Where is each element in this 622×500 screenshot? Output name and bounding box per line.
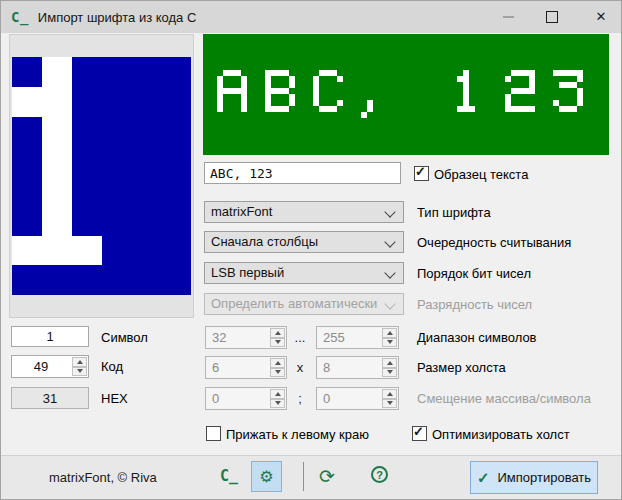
char-range-start-value: 32 [212, 330, 226, 345]
chevron-down-icon [384, 236, 395, 247]
code-value: 49 [12, 359, 70, 374]
help-icon: ? [376, 469, 383, 481]
symbol-input[interactable]: 1 [11, 326, 89, 347]
import-button-label: Импортировать [497, 470, 591, 485]
char-range-end-spinner: 255 [316, 326, 399, 349]
footer-bar: matrixFont, © Riva C_ ⚙ ⟳ ? ✓ Импортиров… [1, 455, 621, 499]
close-button[interactable]: ✕ [582, 1, 620, 32]
check-icon: ✓ [477, 469, 490, 487]
read-order-dropdown[interactable]: Сначала столбцы [204, 231, 404, 253]
bit-depth-value: Определить автоматически [211, 296, 377, 311]
minimize-icon [503, 16, 514, 18]
chevron-down-icon [384, 206, 395, 217]
maximize-button[interactable] [535, 1, 569, 32]
spin-down-button [270, 368, 285, 378]
refresh-icon: ⟳ [319, 465, 335, 488]
glyph-canvas [12, 57, 191, 295]
font-type-label: Тип шрифта [417, 205, 491, 220]
hex-field: 31 [11, 387, 89, 409]
spin-up-button [382, 328, 397, 338]
refresh-button[interactable]: ⟳ [313, 461, 341, 492]
code-spinner[interactable]: 49 [11, 355, 89, 378]
char-range-label: Диапазон символов [417, 330, 537, 345]
align-left-checkbox[interactable]: ✓ [206, 426, 221, 441]
sample-text-preview [203, 34, 609, 155]
sample-text-checkbox[interactable]: ✓ [414, 166, 429, 181]
canvas-width-spinner: 6 [205, 356, 287, 379]
chevron-down-icon [384, 267, 395, 278]
align-left-checkbox-label: Прижать к левому краю [226, 427, 369, 442]
size-separator: x [289, 360, 311, 375]
title-bar: C_ Импорт шрифта из кода C [1, 1, 621, 33]
spin-up-button [270, 328, 285, 338]
spin-up-button [270, 389, 285, 399]
font-type-value: matrixFont [211, 204, 272, 219]
sample-text-checkbox-label: Образец текста [434, 167, 528, 182]
font-type-dropdown[interactable]: matrixFont [204, 201, 404, 223]
code-spin-buttons [72, 357, 87, 376]
spin-up-button [382, 389, 397, 399]
gear-icon: ⚙ [259, 467, 273, 486]
char-range-start-spinner: 32 [205, 326, 287, 349]
bit-order-dropdown[interactable]: LSB первый [204, 262, 404, 284]
app-icon: C_ [11, 9, 29, 25]
canvas-height-value: 8 [323, 360, 330, 375]
read-order-value: Сначала столбцы [211, 234, 318, 249]
optimize-canvas-checkbox[interactable]: ✓ [412, 426, 427, 441]
minimize-button[interactable] [491, 1, 525, 32]
close-icon: ✕ [596, 9, 607, 24]
app-logo[interactable]: C_ [220, 467, 238, 485]
spin-down-button [270, 399, 285, 409]
settings-button[interactable]: ⚙ [251, 461, 282, 492]
canvas-height-spinner: 8 [316, 356, 399, 379]
array-offset-value: 0 [212, 391, 219, 406]
symbol-offset-spinner: 0 [316, 387, 399, 410]
window-title: Импорт шрифта из кода C [38, 10, 196, 25]
bit-depth-label: Разрядность чисел [417, 297, 532, 312]
optimize-canvas-checkbox-label: Оптимизировать холст [432, 427, 570, 442]
spin-up-button[interactable] [72, 357, 87, 367]
offset-separator: ; [289, 391, 311, 406]
chevron-down-icon [384, 298, 395, 309]
help-button[interactable]: ? [371, 466, 388, 483]
import-font-dialog: C_ Импорт шрифта из кода C ✕ 1 Символ 49… [0, 0, 622, 500]
sample-text-input[interactable] [204, 162, 401, 184]
hex-label: HEX [101, 391, 128, 406]
spin-down-button [382, 368, 397, 378]
spin-up-button [382, 358, 397, 368]
spin-down-button [270, 338, 285, 348]
glyph-preview-panel [9, 34, 194, 318]
hex-value: 31 [43, 391, 57, 406]
spin-down-button [382, 338, 397, 348]
spin-down-button [382, 399, 397, 409]
code-label: Код [101, 359, 123, 374]
symbol-offset-value: 0 [323, 391, 330, 406]
spin-up-button [270, 358, 285, 368]
range-separator: ... [289, 330, 311, 345]
array-offset-spinner: 0 [205, 387, 287, 410]
checkmark-icon: ✓ [413, 424, 424, 439]
bit-order-value: LSB первый [211, 265, 284, 280]
bit-depth-dropdown: Определить автоматически [204, 293, 404, 315]
spin-down-button[interactable] [72, 367, 87, 377]
offset-label: Смещение массива/символа [417, 391, 591, 406]
canvas-size-label: Размер холста [417, 360, 506, 375]
symbol-value: 1 [46, 329, 53, 344]
toolbar-divider [303, 462, 304, 491]
credit-text: matrixFont, © Riva [49, 470, 157, 485]
bit-order-label: Порядок бит чисел [417, 266, 531, 281]
canvas-width-value: 6 [212, 360, 219, 375]
import-button[interactable]: ✓ Импортировать [470, 461, 598, 494]
checkmark-icon: ✓ [415, 164, 426, 179]
char-range-end-value: 255 [323, 330, 345, 345]
read-order-label: Очередность считывания [417, 235, 571, 250]
maximize-icon [546, 11, 558, 23]
symbol-label: Символ [101, 330, 148, 345]
